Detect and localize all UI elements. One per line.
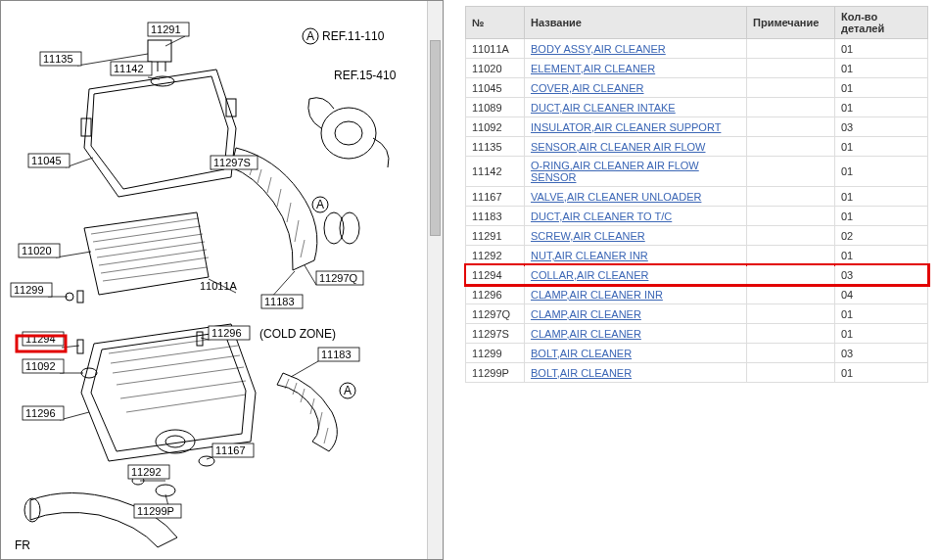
part-qty-cell: 03 [835,344,928,363]
diagram-svg: A REF.11-110 REF.15-410 A [1,1,429,559]
part-note-cell [747,226,835,246]
part-link[interactable]: VALVE,AIR CLEANER UNLOADER [531,191,701,203]
part-qty-cell: 01 [835,304,928,324]
cold-zone-label: (COLD ZONE) [259,327,336,341]
part-number-cell: 11092 [466,117,525,137]
part-qty-cell: 01 [835,39,928,59]
table-row: 11299BOLT,AIR CLEANER03 [466,344,928,363]
part-link[interactable]: INSULATOR,AIR CLEANER SUPPORT [531,121,721,133]
callout-label: 11292 [131,466,162,478]
part-name-cell: SCREW,AIR CLEANER [525,226,747,246]
part-note-cell [747,285,835,304]
col-header-note: Примечание [747,7,835,39]
part-name-cell: SENSOR,AIR CLEANER AIR FLOW [525,137,747,157]
callout-label: 11296 [25,407,56,419]
table-row: 11297QCLAMP,AIR CLEANER01 [466,304,928,324]
callout-label: 11297Q [319,272,358,284]
callout-label: 11142 [114,63,144,74]
part-number-cell: 11291 [466,226,525,246]
part-name-cell: INSULATOR,AIR CLEANER SUPPORT [525,117,747,137]
part-note-cell [747,117,835,137]
part-link[interactable]: ELEMENT,AIR CLEANER [531,63,655,74]
part-number-cell: 11297Q [466,304,525,324]
part-link[interactable]: CLAMP,AIR CLEANER [531,328,641,340]
part-number-cell: 11142 [466,157,525,187]
part-note-cell [747,187,835,207]
part-number-cell: 11167 [466,187,525,207]
ref-sub-label: REF.15-410 [334,69,397,82]
callout-label: 11020 [22,245,52,257]
table-row: 11292NUT,AIR CLEANER INR01 [466,246,928,265]
part-name-cell: COLLAR,AIR CLEANER [525,265,747,285]
part-note-cell [747,98,835,117]
part-name-cell: NUT,AIR CLEANER INR [525,246,747,265]
part-name-cell: DUCT,AIR CLEANER TO T/C [525,207,747,226]
part-name-cell: CLAMP,AIR CLEANER [525,304,747,324]
part-number-cell: 11183 [466,207,525,226]
table-row: 11045COVER,AIR CLEANER01 [466,78,928,98]
part-link[interactable]: BODY ASSY,AIR CLEANER [531,43,666,55]
table-row: 11089DUCT,AIR CLEANER INTAKE01 [466,98,928,117]
callout-label: 11183 [264,296,295,307]
table-row: 11092INSULATOR,AIR CLEANER SUPPORT03 [466,117,928,137]
part-number-cell: 11297S [466,324,525,344]
svg-point-16 [81,368,97,378]
part-name-cell: ELEMENT,AIR CLEANER [525,59,747,78]
table-row: 11167VALVE,AIR CLEANER UNLOADER01 [466,187,928,207]
part-link[interactable]: DUCT,AIR CLEANER TO T/C [531,210,672,222]
table-row: 11297SCLAMP,AIR CLEANER01 [466,324,928,344]
part-name-cell: BODY ASSY,AIR CLEANER [525,39,747,59]
part-note-cell [747,157,835,187]
part-number-cell: 11299 [466,344,525,363]
part-link[interactable]: BOLT,AIR CLEANER [531,367,632,379]
part-link[interactable]: SCREW,AIR CLEANER [531,230,645,242]
callout-label: 11296 [212,327,242,339]
table-row: 11291SCREW,AIR CLEANER02 [466,226,928,246]
part-link[interactable]: NUT,AIR CLEANER INR [531,250,648,261]
part-qty-cell: 01 [835,187,928,207]
part-note-cell [747,78,835,98]
part-number-cell: 11089 [466,98,525,117]
part-note-cell [747,304,835,324]
scrollbar-vertical[interactable] [427,1,443,559]
callout-label: 11045 [31,155,62,166]
callout-label: 11135 [43,53,73,65]
part-qty-cell: 01 [835,324,928,344]
part-note-cell [747,344,835,363]
part-qty-cell: 01 [835,137,928,157]
part-link[interactable]: DUCT,AIR CLEANER INTAKE [531,102,676,114]
part-link[interactable]: O-RING,AIR CLEANER AIR FLOW SENSOR [531,160,699,183]
part-number-cell: 11020 [466,59,525,78]
col-header-qty: Кол-во деталей [835,7,928,39]
part-note-cell [747,246,835,265]
fr-label: FR [15,538,30,552]
parts-table: № Название Примечание Кол-во деталей 110… [465,6,928,383]
table-row: 11294COLLAR,AIR CLEANER03 [466,265,928,285]
part-name-cell: BOLT,AIR CLEANER [525,363,747,383]
part-number-cell: 11135 [466,137,525,157]
svg-rect-15 [77,340,83,353]
part-link[interactable]: BOLT,AIR CLEANER [531,348,632,359]
parts-table-pane: № Название Примечание Кол-во деталей 110… [444,0,940,560]
part-qty-cell: 03 [835,117,928,137]
part-number-cell: 11292 [466,246,525,265]
part-link[interactable]: CLAMP,AIR CLEANER INR [531,289,663,301]
part-note-cell [747,137,835,157]
part-name-cell: DUCT,AIR CLEANER INTAKE [525,98,747,117]
col-header-num: № [466,7,525,39]
part-name-cell: COVER,AIR CLEANER [525,78,747,98]
part-qty-cell: 02 [835,226,928,246]
part-note-cell [747,39,835,59]
svg-point-6 [335,121,362,145]
part-link[interactable]: COLLAR,AIR CLEANER [531,269,648,281]
svg-text:A: A [316,198,324,211]
part-note-cell [747,324,835,344]
svg-rect-17 [197,332,203,346]
table-row: 11299PBOLT,AIR CLEANER01 [466,363,928,383]
part-link[interactable]: SENSOR,AIR CLEANER AIR FLOW [531,141,705,153]
scrollbar-thumb[interactable] [430,40,441,236]
callout-label: 11291 [151,23,181,35]
part-link[interactable]: CLAMP,AIR CLEANER [531,308,641,320]
table-row: 11183DUCT,AIR CLEANER TO T/C01 [466,207,928,226]
part-link[interactable]: COVER,AIR CLEANER [531,82,644,94]
